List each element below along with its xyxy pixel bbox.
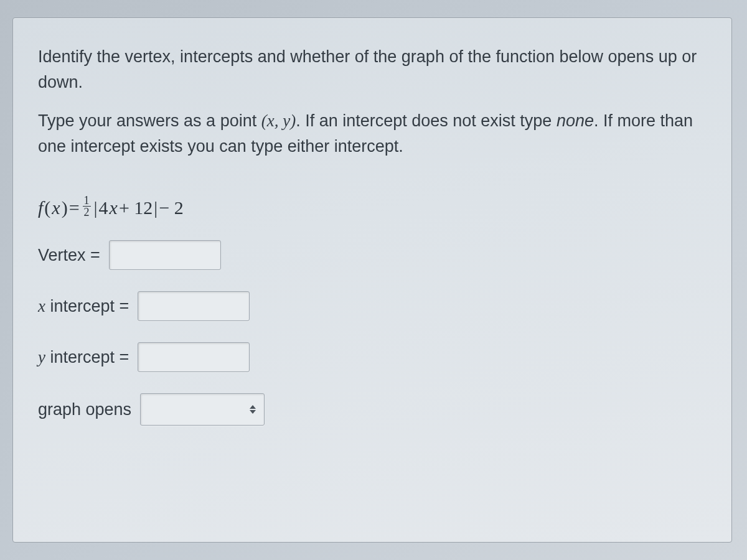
eq-plus12: + 12 [119,197,153,218]
vertex-row: Vertex = [38,240,707,270]
eq-4: 4 [99,197,108,218]
y-intercept-input[interactable] [138,342,250,372]
graph-opens-label: graph opens [38,400,131,419]
prompt2-pre: Type your answers as a point [38,111,261,130]
eq-f: f [38,197,43,218]
graph-opens-row: graph opens [38,393,707,426]
x-var: x [38,297,45,315]
eq-frac-num: 1 [83,195,91,207]
x-intercept-label: x intercept = [38,297,129,316]
y-intercept-label-text: intercept = [45,348,129,366]
question-card: Identify the vertex, intercepts and whet… [12,17,732,543]
prompt2-point: (x, y) [261,111,296,130]
x-intercept-input[interactable] [138,291,250,321]
x-intercept-label-text: intercept = [45,297,129,315]
vertex-input[interactable] [109,240,221,270]
eq-abs-open: | [94,197,98,218]
prompt2-none: none [557,111,594,130]
graph-opens-select-wrap [140,393,265,426]
question-prompt-1: Identify the vertex, intercepts and whet… [38,44,707,95]
graph-opens-select[interactable] [140,393,265,426]
question-prompt-2: Type your answers as a point (x, y). If … [38,108,707,159]
eq-close: ) [62,197,68,218]
eq-frac-den: 2 [83,207,91,218]
eq-open: ( [44,197,50,218]
eq-xvar: x [110,197,118,218]
eq-fraction: 1 2 [83,195,91,218]
eq-equals: = [69,197,80,218]
x-intercept-row: x intercept = [38,291,707,321]
y-intercept-row: y intercept = [38,342,707,372]
y-var: y [38,348,45,366]
eq-tail: − 2 [159,197,183,218]
eq-x: x [52,197,60,218]
y-intercept-label: y intercept = [38,348,129,367]
prompt2-post1: . If an intercept does not exist type [296,111,557,130]
eq-abs-close: | [154,197,157,218]
function-equation: f(x) = 1 2 |4x + 12| − 2 [38,196,707,219]
vertex-label: Vertex = [38,246,100,265]
